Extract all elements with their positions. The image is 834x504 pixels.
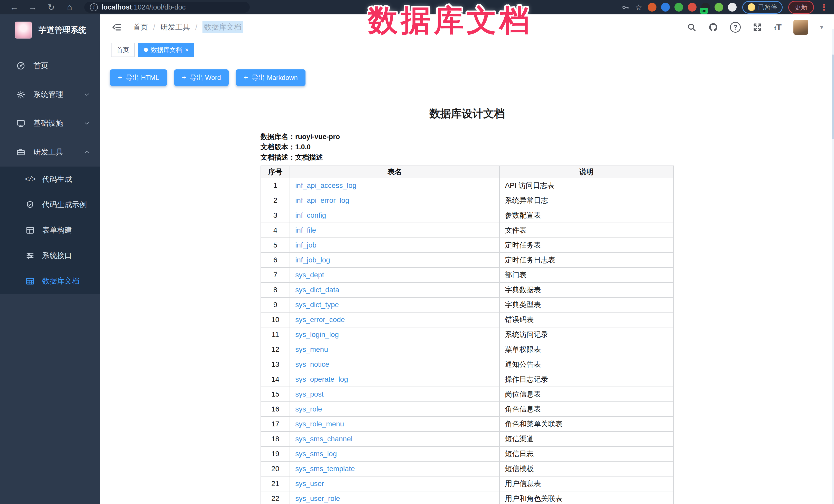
ext-dark-icon[interactable]: on (701, 3, 710, 12)
table-name-link[interactable]: sys_user (295, 480, 324, 487)
table-name-link[interactable]: sys_post (295, 390, 324, 398)
table-name-cell: sys_menu (290, 342, 500, 357)
table-name-link[interactable]: sys_menu (295, 346, 328, 353)
table-row: 21sys_user用户信息表 (261, 476, 674, 491)
tab-首页[interactable]: 首页 (111, 43, 135, 57)
table-name-link[interactable]: inf_api_access_log (295, 181, 356, 190)
table-row: 3inf_config参数配置表 (261, 208, 674, 223)
ext-leaf-icon[interactable] (715, 3, 723, 12)
table-name-link[interactable]: sys_login_log (295, 330, 339, 338)
table-icon (24, 277, 36, 286)
sidebar-item-研发工具[interactable]: 研发工具 (0, 138, 100, 167)
table-header-说明: 说明 (500, 166, 674, 178)
sidebar-item-系统接口[interactable]: 系统接口 (0, 243, 100, 268)
table-name-link[interactable]: inf_job (295, 241, 316, 249)
table-name-link[interactable]: sys_user_role (295, 495, 340, 502)
fullscreen-icon[interactable] (752, 22, 762, 32)
ext-multicolor-icon[interactable] (688, 3, 697, 12)
chevron-down-icon[interactable]: ▾ (820, 24, 823, 31)
search-icon[interactable] (687, 22, 697, 32)
table-desc-cell: 字典类型表 (500, 298, 674, 312)
scrollbar[interactable] (832, 29, 834, 504)
table-row: 15sys_post岗位信息表 (261, 387, 674, 402)
table-desc-cell: 通知公告表 (500, 357, 674, 372)
table-name-link[interactable]: sys_sms_channel (295, 435, 352, 443)
table-name-link[interactable]: inf_api_error_log (295, 196, 349, 204)
table-name-cell: inf_job_log (290, 253, 500, 267)
page-content: +导出 HTML+导出 Word+导出 Markdown 数据库设计文档 数据库… (100, 60, 834, 504)
meta-doc-version: 文档版本：1.0.0 (261, 142, 674, 152)
form-icon (24, 226, 36, 235)
key-icon[interactable] (621, 3, 630, 11)
table-name-cell: sys_role_menu (290, 417, 500, 432)
table-name-link[interactable]: sys_sms_log (295, 450, 337, 458)
table-row: 6inf_job_log定时任务日志表 (261, 253, 674, 267)
site-info-icon[interactable]: i (90, 3, 98, 11)
browser-home-icon[interactable]: ⌂ (61, 1, 78, 13)
table-desc-cell: 参数配置表 (500, 208, 674, 223)
close-icon[interactable]: × (185, 47, 189, 53)
app-logo-row[interactable]: 芋道管理系统 (0, 15, 100, 45)
browser-back-icon[interactable]: ← (6, 1, 23, 13)
update-label: 更新 (795, 3, 808, 12)
table-name-cell: sys_error_code (290, 312, 500, 327)
collapse-sidebar-icon[interactable] (111, 22, 122, 32)
toolbox-icon (15, 148, 27, 157)
row-index: 12 (261, 342, 290, 357)
row-index: 22 (261, 491, 290, 504)
table-name-link[interactable]: sys_dept (295, 271, 324, 279)
sidebar-item-代码生成[interactable]: </>代码生成 (0, 167, 100, 192)
table-name-link[interactable]: inf_job_log (295, 256, 330, 264)
font-size-icon[interactable]: tT (774, 22, 782, 32)
sidebar-item-表单构建[interactable]: 表单构建 (0, 217, 100, 243)
ext-light-icon[interactable] (728, 3, 737, 12)
table-name-link[interactable]: sys_dict_data (295, 286, 339, 294)
ext-blue-icon[interactable] (661, 3, 670, 12)
update-button[interactable]: 更新 (788, 1, 814, 14)
url-text[interactable]: localhost:1024/tool/db-doc (102, 3, 185, 11)
table-name-cell: inf_api_error_log (290, 193, 500, 208)
table-name-link[interactable]: inf_config (295, 211, 326, 219)
row-index: 2 (261, 193, 290, 208)
ext-orange-icon[interactable] (648, 3, 656, 12)
scrollbar-thumb[interactable] (832, 54, 834, 139)
table-name-link[interactable]: sys_dict_type (295, 301, 339, 309)
github-icon[interactable] (708, 22, 718, 32)
table-name-link[interactable]: inf_file (295, 226, 316, 234)
table-name-link[interactable]: sys_role (295, 405, 322, 413)
sidebar-item-系统管理[interactable]: 系统管理 (0, 80, 100, 109)
table-name-link[interactable]: sys_notice (295, 360, 329, 368)
sidebar-item-数据库文档[interactable]: 数据库文档 (0, 268, 100, 294)
export-button-导出-HTML[interactable]: +导出 HTML (110, 69, 167, 86)
table-name-link[interactable]: sys_role_menu (295, 420, 344, 428)
bookmark-star-icon[interactable]: ☆ (635, 3, 642, 12)
table-row: 10sys_error_code错误码表 (261, 312, 674, 327)
sidebar-item-基础设施[interactable]: 基础设施 (0, 109, 100, 138)
sidebar-item-label: 代码生成 (42, 174, 72, 184)
table-row: 8sys_dict_data字典数据表 (261, 282, 674, 298)
browser-forward-icon[interactable]: → (24, 1, 41, 13)
export-button-导出-Word[interactable]: +导出 Word (174, 69, 229, 86)
table-name-link[interactable]: sys_error_code (295, 315, 345, 324)
db-doc: 数据库设计文档 数据库名：ruoyi-vue-pro 文档版本：1.0.0 文档… (261, 106, 674, 504)
table-name-link[interactable]: sys_operate_log (295, 375, 348, 383)
table-name-link[interactable]: sys_sms_template (295, 465, 355, 473)
address-bar[interactable]: i localhost:1024/tool/db-doc (84, 2, 250, 13)
user-avatar[interactable] (793, 20, 808, 35)
tags-view-bar: 首页数据库文档× (100, 40, 834, 60)
browser-reload-icon[interactable]: ↻ (43, 1, 60, 13)
help-icon[interactable]: ? (730, 22, 741, 32)
sidebar-item-代码生成示例[interactable]: 代码生成示例 (0, 192, 100, 217)
table-row: 20sys_sms_template短信模板 (261, 461, 674, 476)
paused-badge[interactable]: 已暂停 (742, 1, 783, 14)
browser-menu-icon[interactable]: ⋮ (819, 2, 828, 12)
export-button-导出-Markdown[interactable]: +导出 Markdown (236, 69, 306, 86)
ext-green-ring-icon[interactable] (675, 3, 683, 12)
meta-label: 文档版本： (261, 143, 295, 151)
breadcrumb-item-首页[interactable]: 首页 (133, 22, 148, 32)
breadcrumb-item-研发工具[interactable]: 研发工具 (160, 22, 190, 32)
sidebar-item-首页[interactable]: 首页 (0, 51, 100, 80)
tab-数据库文档[interactable]: 数据库文档× (138, 43, 194, 57)
table-header-表名: 表名 (290, 166, 500, 178)
table-name-cell: sys_sms_template (290, 461, 500, 476)
